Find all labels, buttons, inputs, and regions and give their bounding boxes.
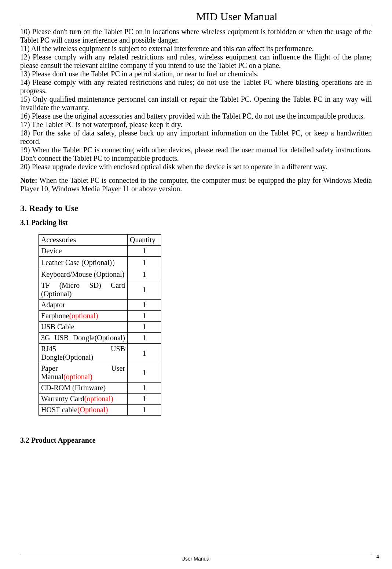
cell-quantity: 1 [128,269,161,280]
cell-accessory: USB Cable [39,322,128,333]
table-row: Warranty Card(optional) 1 [39,394,161,405]
cell-quantity: 1 [128,333,161,344]
paragraph-17: 17) The Tablet PC is not waterproof, ple… [20,120,372,129]
cell-quantity: 1 [128,257,161,269]
header-accessories: Accessories [39,235,128,246]
table-row: CD-ROM (Firmware) 1 [39,383,161,394]
paragraph-13: 13) Please don't use the Tablet PC in a … [20,70,372,78]
cell-accessory: RJ45 USB Dongle(Optional) [39,344,128,363]
cell-accessory: Keyboard/Mouse (Optional) [39,269,128,280]
cell-quantity: 1 [128,300,161,311]
cell-quantity: 1 [128,363,161,383]
cell-accessory: 3G USB Dongle(Optional) [39,333,128,344]
table-row: Paper User Manual(optional) 1 [39,363,161,383]
table-row: Device 1 [39,246,161,257]
paragraph-14: 14) Please comply with any related restr… [20,78,372,95]
cell-quantity: 1 [128,280,161,300]
cell-accessory: HOST cable(Optional) [39,405,128,416]
cell-quantity: 1 [128,394,161,405]
cell-accessory: TF (Micro SD) Card (Optional) [39,280,128,300]
document-header-title: MID User Manual [20,10,372,23]
section-3-1-heading: 3.1 Packing list [20,218,372,227]
cell-accessory: Warranty Card(optional) [39,394,128,405]
table-row: HOST cable(Optional) 1 [39,405,161,416]
cell-accessory: Earphone(optional) [39,311,128,322]
cell-quantity: 1 [128,344,161,363]
table-header-row: Accessories Quantity [39,235,161,246]
table-row: Earphone(optional) 1 [39,311,161,322]
table-row: TF (Micro SD) Card (Optional) 1 [39,280,161,300]
table-row: Adaptor 1 [39,300,161,311]
table-row: Keyboard/Mouse (Optional) 1 [39,269,161,280]
page-footer: User Manual 4 [20,555,372,562]
table-row: RJ45 USB Dongle(Optional) 1 [39,344,161,363]
section-3-heading: 3. Ready to Use [20,203,372,213]
body-paragraphs: 10) Please don't turn on the Tablet PC o… [20,28,372,171]
cell-accessory: CD-ROM (Firmware) [39,383,128,394]
footer-divider [20,555,372,555]
cell-quantity: 1 [128,383,161,394]
note-text: When the Tablet PC is connected to the c… [20,176,372,193]
cell-quantity: 1 [128,405,161,416]
cell-quantity: 1 [128,246,161,257]
cell-quantity: 1 [128,311,161,322]
cell-accessory: Adaptor [39,300,128,311]
paragraph-16: 16) Please use the original accessories … [20,112,372,120]
paragraph-15: 15) Only qualified maintenance personnel… [20,95,372,112]
packing-list-table: Accessories Quantity Device 1 Leather Ca… [39,234,161,416]
note-block: Note: When the Tablet PC is connected to… [20,176,372,193]
cell-accessory: Paper User Manual(optional) [39,363,128,383]
paragraph-19: 19) When the Tablet PC is connecting wit… [20,146,372,163]
paragraph-10: 10) Please don't turn on the Tablet PC o… [20,28,372,44]
cell-quantity: 1 [128,322,161,333]
paragraph-20: 20) Please upgrade device with enclosed … [20,163,372,171]
paragraph-18: 18) For the sake of data safety, please … [20,129,372,146]
header-quantity: Quantity [128,235,161,246]
cell-accessory: Device [39,246,128,257]
paragraph-12: 12) Please comply with any related restr… [20,53,372,70]
table-row: Leather Case (Optional)） 1 [39,257,161,269]
cell-accessory: Leather Case (Optional)） [39,257,128,269]
section-3-2-heading: 3.2 Product Appearance [20,436,372,445]
note-label: Note: [20,176,37,184]
header-divider [20,26,372,26]
table-row: 3G USB Dongle(Optional) 1 [39,333,161,344]
paragraph-11: 11) All the wireless equipment is subjec… [20,44,372,53]
footer-text: User Manual 4 [20,556,372,562]
table-row: USB Cable 1 [39,322,161,333]
page-number: 4 [376,554,379,559]
